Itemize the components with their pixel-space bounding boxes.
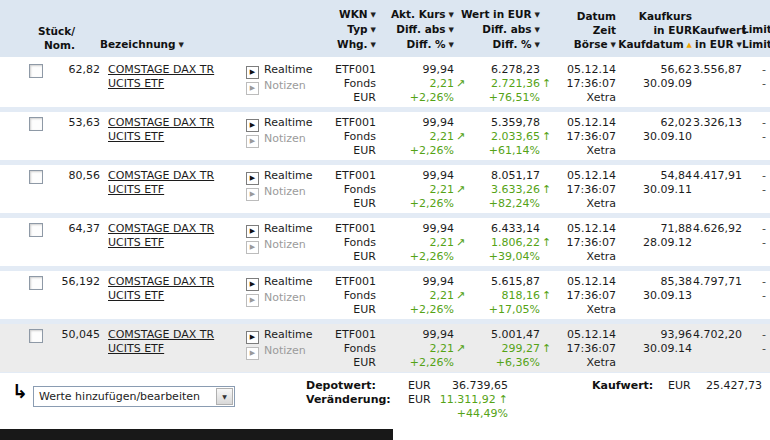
column-header-stueck-nom[interactable]: Stück/ Nom. [0, 7, 100, 52]
header-whg-label: Whg. [337, 38, 368, 50]
instrument-link[interactable]: COMSTAGE DAX TR [108, 275, 214, 288]
column-header-akt-kurs[interactable]: Akt. Kurs▼ Diff. abs▼ Diff. %▼ [376, 7, 454, 52]
instrument-link[interactable]: COMSTAGE DAX TR [108, 222, 214, 235]
checkbox-cell [0, 63, 46, 105]
kaufwert-cell: 4.626,92 [692, 222, 742, 264]
play-icon[interactable]: ▶ [246, 225, 259, 238]
instrument-link[interactable]: UCITS ETF [108, 130, 164, 143]
boerse-value: Xetra [587, 91, 616, 104]
limit-cell: - - [742, 222, 770, 264]
play-icon: ▶ [246, 241, 259, 254]
play-icon[interactable]: ▶ [246, 331, 259, 344]
wert-diff-pct-value: +61,14% [489, 144, 540, 157]
sort-desc-icon[interactable]: ▼ [179, 38, 184, 52]
kurs-diff-abs-value: 2,21 [430, 183, 455, 196]
limit-value: - [762, 63, 766, 76]
header-bezeichnung-label: Bezeichnung [100, 38, 176, 50]
instrument-link[interactable]: COMSTAGE DAX TR [108, 169, 214, 182]
chevron-down-icon[interactable]: ▼ [216, 388, 233, 405]
table-row: 64,37 COMSTAGE DAX TR UCITS ETF ▶Realtim… [0, 218, 770, 271]
realtime-link[interactable]: Realtime [264, 275, 313, 288]
zeit-value: 17:36:07 [567, 183, 616, 196]
kurs-value: 99,94 [423, 328, 455, 341]
instrument-link[interactable]: UCITS ETF [108, 289, 164, 302]
column-header-kaufkurs-kaufdatum[interactable]: Kaufkurs in EUR Kaufdatum▲ [616, 7, 692, 52]
row-checkbox[interactable] [29, 64, 43, 78]
row-checkbox[interactable] [29, 117, 43, 131]
wert-diff-pct-value: +39,04% [489, 250, 540, 263]
instrument-link[interactable]: COMSTAGE DAX TR [108, 328, 214, 341]
kaufkurs-kaufdatum-cell: 71,88 28.09.12 [616, 222, 692, 264]
instrument-link[interactable]: UCITS ETF [108, 77, 164, 90]
column-header-limit[interactable]: Limit▼ Limit▼ [742, 7, 770, 52]
play-icon[interactable]: ▶ [246, 278, 259, 291]
realtime-link[interactable]: Realtime [264, 63, 313, 76]
header-in-eur-label: in EUR [616, 23, 692, 37]
realtime-link[interactable]: Realtime [264, 116, 313, 129]
column-header-datum-zeit-boerse[interactable]: Datum Zeit Börse▼ [540, 7, 616, 52]
datum-value: 05.12.14 [567, 169, 616, 182]
header-wkn-label: WKN [339, 8, 368, 20]
instrument-link[interactable]: COMSTAGE DAX TR [108, 116, 214, 129]
depot-table-page: Stück/ Nom. Bezeichnung▼ WKN▼ Typ▼ Whg.▼… [0, 0, 770, 440]
bottom-bar [0, 429, 393, 440]
instrument-link[interactable]: UCITS ETF [108, 236, 164, 249]
header-diff-pct-label: Diff. % [493, 38, 532, 50]
row-checkbox[interactable] [29, 223, 43, 237]
limit-value: - [762, 130, 766, 143]
realtime-link[interactable]: Realtime [264, 328, 313, 341]
play-icon[interactable]: ▶ [246, 119, 259, 132]
table-header: Stück/ Nom. Bezeichnung▼ WKN▼ Typ▼ Whg.▼… [0, 0, 770, 59]
limit-cell: - - [742, 116, 770, 158]
wert-eur-cell: 6.433,14 1.806,22↑ +39,04% [454, 222, 540, 264]
instrument-link[interactable]: COMSTAGE DAX TR [108, 63, 214, 76]
kurs-diff-pct-value: +2,26% [410, 250, 454, 263]
kurs-diff-abs-value: 2,21 [430, 289, 455, 302]
actions-dropdown[interactable]: Werte hinzufügen/bearbeiten ▼ [33, 386, 235, 407]
datum-zeit-boerse-cell: 05.12.14 17:36:07 Xetra [540, 63, 616, 105]
akt-kurs-cell: 99,94 2,21↗ +2,26% [376, 63, 454, 105]
header-kaufdatum-label: Kaufdatum [618, 38, 683, 50]
row-checkbox[interactable] [29, 276, 43, 290]
qty-cell: 56,192 [46, 275, 100, 317]
wert-value: 6.278,23 [491, 63, 540, 76]
wkn-typ-whg-cell: ETF001 Fonds EUR [316, 63, 376, 105]
realtime-link[interactable]: Realtime [264, 222, 313, 235]
instrument-link[interactable]: UCITS ETF [108, 342, 164, 355]
notizen-link-disabled: Notizen [264, 185, 306, 198]
whg-value: EUR [353, 250, 376, 263]
kaufdatum-value: 28.09.12 [643, 236, 692, 249]
kurs-value: 99,94 [423, 63, 455, 76]
wert-diff-abs-value: 3.633,26 [491, 183, 540, 196]
play-icon[interactable]: ▶ [246, 172, 259, 185]
column-header-wert-eur[interactable]: Wert in EUR▼ Diff. abs▼ Diff. %▼ [454, 7, 540, 52]
wert-value: 8.051,17 [491, 169, 540, 182]
depotwert-label: Depotwert: [306, 379, 376, 393]
instrument-link[interactable]: UCITS ETF [108, 183, 164, 196]
play-icon[interactable]: ▶ [246, 66, 259, 79]
name-cell: COMSTAGE DAX TR UCITS ETF [100, 222, 240, 264]
datum-zeit-boerse-cell: 05.12.14 17:36:07 Xetra [540, 116, 616, 158]
veraenderung-value: 11.311,92↑ [420, 393, 508, 407]
realtime-link[interactable]: Realtime [264, 169, 313, 182]
kurs-value: 99,94 [423, 222, 455, 235]
row-checkbox[interactable] [29, 170, 43, 184]
qty-cell: 50,045 [46, 328, 100, 370]
wert-diff-abs-value: 299,27 [502, 342, 541, 355]
column-header-wkn-typ-whg[interactable]: WKN▼ Typ▼ Whg.▼ [316, 7, 376, 52]
column-header-bezeichnung[interactable]: Bezeichnung▼ [100, 7, 240, 52]
limit-value: - [762, 116, 766, 129]
kaufdatum-value: 30.09.13 [643, 289, 692, 302]
quantity-value: 80,56 [69, 169, 101, 182]
wert-diff-pct-value: +17,05% [489, 303, 540, 316]
wert-diff-pct-value: +76,51% [489, 91, 540, 104]
column-header-kaufwert[interactable]: Kaufwert in EUR▼ [692, 7, 742, 52]
wert-value: 5.359,78 [491, 116, 540, 129]
zeit-value: 17:36:07 [567, 130, 616, 143]
limit-value: - [762, 169, 766, 182]
limit-value: - [762, 328, 766, 341]
row-checkbox[interactable] [29, 329, 43, 343]
whg-value: EUR [353, 91, 376, 104]
play-icon: ▶ [246, 188, 259, 201]
wkn-typ-whg-cell: ETF001 Fonds EUR [316, 116, 376, 158]
